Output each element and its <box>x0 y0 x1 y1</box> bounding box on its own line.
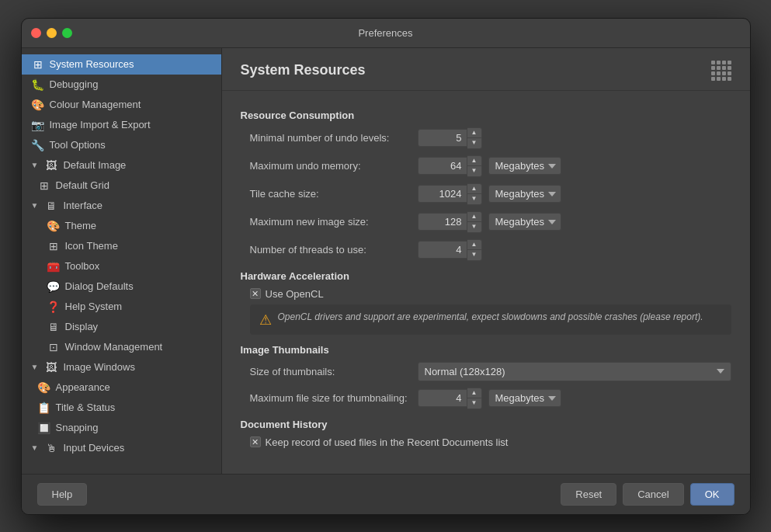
threads-spinner: ▲ ▼ <box>418 239 482 261</box>
footer: Help Reset Cancel OK <box>22 474 750 514</box>
max-undo-input[interactable] <box>418 157 467 175</box>
tile-cache-down[interactable]: ▼ <box>467 194 481 204</box>
sidebar-item-toolbox[interactable]: 🧰 Toolbox <box>22 256 221 276</box>
sidebar-item-window-management[interactable]: ⊡ Window Management <box>22 337 221 357</box>
cancel-button[interactable]: Cancel <box>623 483 683 506</box>
threads-down[interactable]: ▼ <box>467 250 481 260</box>
min-undo-spinner-buttons: ▲ ▼ <box>467 127 482 149</box>
use-opencl-checkbox[interactable]: ✕ <box>250 288 261 299</box>
collapse-arrow: ▼ <box>31 443 39 452</box>
sidebar-item-image-import-export[interactable]: 📷 Image Import & Export <box>22 115 221 135</box>
minimize-button[interactable] <box>47 28 57 38</box>
window-title: Preferences <box>358 27 412 39</box>
close-button[interactable] <box>31 28 41 38</box>
section-title-thumbnails: Image Thumbnails <box>241 344 731 356</box>
content-area: System Resources Resource Consumption Mi… <box>222 48 750 474</box>
sidebar-item-system-resources[interactable]: ⊞ System Resources <box>22 54 221 75</box>
max-undo-down[interactable]: ▼ <box>467 166 481 176</box>
sidebar-item-label: Image Import & Export <box>50 119 151 130</box>
tile-cache-up[interactable]: ▲ <box>467 184 481 194</box>
min-undo-input[interactable] <box>418 129 467 147</box>
title-status-icon: 📋 <box>37 401 51 415</box>
max-undo-label: Maximum undo memory: <box>241 160 412 172</box>
maximize-button[interactable] <box>62 28 72 38</box>
thumb-max-file-unit-select[interactable]: Bytes Kilobytes Megabytes Gigabytes <box>488 389 561 407</box>
form-row-min-undo: Minimal number of undo levels: ▲ ▼ <box>241 127 731 149</box>
appearance-icon: 🎨 <box>37 381 51 395</box>
min-undo-down[interactable]: ▼ <box>467 138 481 148</box>
sidebar-item-debugging[interactable]: 🐛 Debugging <box>22 75 221 95</box>
sidebar-item-default-image[interactable]: ▼ 🖼 Default Image <box>22 155 221 176</box>
collapse-arrow: ▼ <box>31 161 39 169</box>
use-opencl-label: Use OpenCL <box>266 288 324 300</box>
threads-input[interactable] <box>418 241 467 259</box>
max-image-down[interactable]: ▼ <box>467 222 481 232</box>
max-undo-up[interactable]: ▲ <box>467 156 481 166</box>
window-management-icon: ⊡ <box>47 340 61 354</box>
warning-icon: ⚠ <box>259 311 272 329</box>
sidebar-item-label: Display <box>65 321 99 332</box>
default-grid-icon: ⊞ <box>37 179 51 193</box>
sidebar-item-interface[interactable]: ▼ 🖥 Interface <box>22 196 221 216</box>
sidebar-item-display[interactable]: 🖥 Display <box>22 317 221 337</box>
threads-up[interactable]: ▲ <box>467 240 481 250</box>
sidebar-item-theme[interactable]: 🎨 Theme <box>22 216 221 236</box>
thumb-max-file-spinner: ▲ ▼ <box>418 388 482 409</box>
section-title-doc-history: Document History <box>241 419 731 430</box>
theme-icon: 🎨 <box>47 219 61 233</box>
footer-right: Reset Cancel OK <box>561 483 734 506</box>
help-button[interactable]: Help <box>37 483 88 506</box>
sidebar-item-colour-management[interactable]: 🎨 Colour Management <box>22 95 221 115</box>
content-body: Resource Consumption Minimal number of u… <box>222 91 750 461</box>
colour-management-icon: 🎨 <box>31 98 45 112</box>
debugging-icon: 🐛 <box>31 78 45 92</box>
use-opencl-row: ✕ Use OpenCL <box>241 288 731 300</box>
content-header: System Resources <box>222 48 750 91</box>
sidebar-item-input-devices[interactable]: ▼ 🖱 Input Devices <box>22 438 221 458</box>
form-row-tile-cache: Tile cache size: ▲ ▼ Bytes Kilobytes Meg… <box>241 183 731 205</box>
keep-record-row: ✕ Keep record of used files in the Recen… <box>241 436 731 448</box>
reset-button[interactable]: Reset <box>561 483 616 506</box>
sidebar-item-title-status[interactable]: 📋 Title & Status <box>22 398 221 418</box>
sidebar-item-label: Title & Status <box>56 402 116 413</box>
keep-record-checkbox[interactable]: ✕ <box>250 436 261 447</box>
sidebar-item-tool-options[interactable]: 🔧 Tool Options <box>22 135 221 155</box>
image-import-export-icon: 📷 <box>31 118 45 132</box>
min-undo-label: Minimal number of undo levels: <box>241 132 412 144</box>
ok-button[interactable]: OK <box>690 483 735 506</box>
grid-icon <box>711 61 731 81</box>
form-row-max-undo: Maximum undo memory: ▲ ▼ Bytes Kilobytes… <box>241 155 731 177</box>
section-title-hardware: Hardware Acceleration <box>241 270 731 282</box>
max-undo-unit-select[interactable]: Bytes Kilobytes Megabytes Gigabytes <box>488 157 561 175</box>
thumb-size-select[interactable]: Small (64x64) Normal (128x128) Large (25… <box>418 362 731 381</box>
sidebar-item-snapping[interactable]: 🔲 Snapping <box>22 418 221 438</box>
max-image-input[interactable] <box>418 213 467 231</box>
tile-cache-input[interactable] <box>418 185 467 203</box>
form-row-thumb-max-file: Maximum file size for thumbnailing: ▲ ▼ … <box>241 388 731 409</box>
window-controls <box>31 28 72 38</box>
tile-cache-spinner: ▲ ▼ <box>418 183 482 205</box>
toolbox-icon: 🧰 <box>47 259 61 273</box>
sidebar-item-label: Appearance <box>56 381 110 393</box>
dialog-defaults-icon: 💬 <box>47 280 61 294</box>
tile-cache-unit-select[interactable]: Bytes Kilobytes Megabytes Gigabytes <box>488 185 561 203</box>
sidebar-item-image-windows[interactable]: ▼ 🖼 Image Windows <box>22 357 221 377</box>
max-image-unit-select[interactable]: Bytes Kilobytes Megabytes Gigabytes <box>488 213 561 231</box>
thumb-max-file-input[interactable] <box>418 389 467 407</box>
max-undo-spinner-buttons: ▲ ▼ <box>467 155 482 177</box>
max-undo-spinner: ▲ ▼ <box>418 155 482 177</box>
thumb-max-file-down[interactable]: ▼ <box>467 398 481 409</box>
form-row-threads: Number of threads to use: ▲ ▼ <box>241 239 731 261</box>
max-image-up[interactable]: ▲ <box>467 212 481 222</box>
sidebar-item-icon-theme[interactable]: ⊞ Icon Theme <box>22 236 221 256</box>
sidebar-item-label: Image Windows <box>63 361 134 373</box>
thumb-size-label: Size of thumbnails: <box>241 366 412 377</box>
opencl-warning: ⚠ OpenCL drivers and support are experim… <box>250 304 731 335</box>
sidebar-item-appearance[interactable]: 🎨 Appearance <box>22 377 221 398</box>
thumb-max-file-up[interactable]: ▲ <box>467 388 481 398</box>
sidebar-item-dialog-defaults[interactable]: 💬 Dialog Defaults <box>22 276 221 297</box>
sidebar-item-default-grid[interactable]: ⊞ Default Grid <box>22 176 221 196</box>
min-undo-spinner: ▲ ▼ <box>418 127 482 149</box>
sidebar-item-help-system[interactable]: ❓ Help System <box>22 297 221 317</box>
min-undo-up[interactable]: ▲ <box>467 128 481 138</box>
